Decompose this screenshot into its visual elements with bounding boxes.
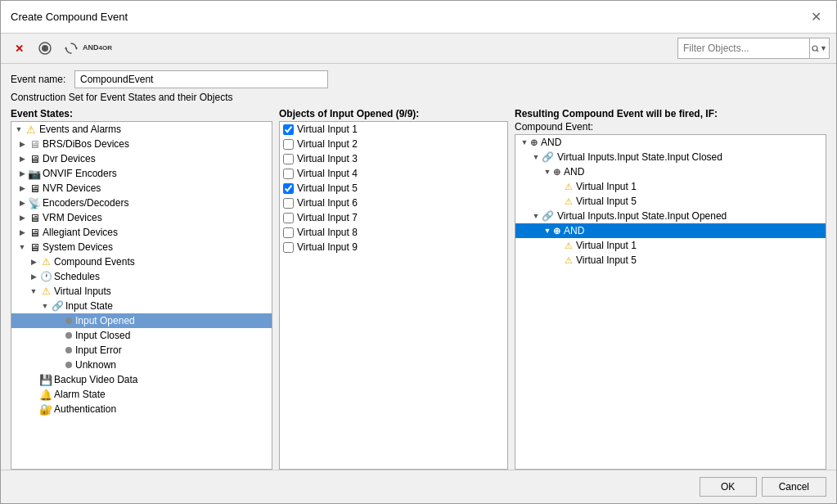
compound-item-vi1b[interactable]: ⚠ Virtual Input 1: [515, 238, 826, 253]
compound-item-vi5b[interactable]: ⚠ Virtual Input 5: [515, 253, 826, 268]
checkbox-vi2[interactable]: [283, 139, 294, 150]
ok-button[interactable]: OK: [700, 477, 757, 497]
compound-item-vi5a[interactable]: ⚠ Virtual Input 5: [515, 194, 826, 209]
checkbox-vi4[interactable]: [283, 169, 294, 179]
svg-point-1: [42, 45, 48, 52]
event-states-tree[interactable]: ▼ ⚠ Events and Alarms ▶ 🖥 BRS/DiBos Devi…: [11, 121, 272, 470]
obj-item-vi8[interactable]: Virtual Input 8: [280, 225, 507, 240]
expand-icon[interactable]: ▼: [519, 137, 530, 148]
checkbox-vi5[interactable]: [283, 183, 294, 194]
link-icon: 🔗: [542, 210, 554, 222]
expand-icon[interactable]: ▶: [16, 182, 28, 194]
tree-item-authentication[interactable]: 🔐 Authentication: [11, 402, 272, 416]
obj-item-vi5[interactable]: Virtual Input 5: [280, 181, 507, 196]
checkbox-vi3[interactable]: [283, 154, 294, 164]
expand-icon[interactable]: ▶: [16, 197, 28, 209]
obj-item-vi2[interactable]: Virtual Input 2: [280, 137, 507, 151]
compound-tree[interactable]: ▼ ⊕ AND ▼ 🔗 Virtual Inputs.Input State.I…: [515, 134, 826, 470]
event-name-input[interactable]: [74, 70, 328, 88]
nvr-icon: 🖥: [28, 182, 41, 195]
expand-icon[interactable]: ▶: [28, 256, 39, 268]
expand-icon[interactable]: ▼: [542, 225, 553, 236]
create-compound-event-dialog: Create Compound Event ✕ ✕ AND4OR: [0, 0, 837, 504]
compound-label: AND: [564, 166, 584, 178]
expand-icon[interactable]: ▶: [16, 212, 28, 223]
tree-item-backup-video[interactable]: 💾 Backup Video Data: [11, 372, 272, 387]
obj-item-vi4[interactable]: Virtual Input 4: [280, 166, 507, 181]
expand-icon[interactable]: ▼: [16, 241, 28, 253]
obj-label-vi7: Virtual Input 7: [297, 212, 358, 223]
expand-icon[interactable]: ▶: [16, 138, 28, 150]
expand-icon[interactable]: ▶: [16, 168, 28, 179]
no-expand: [553, 254, 565, 266]
compound-fired-label: Resulting Compound Event will be fired, …: [515, 108, 826, 119]
checkbox-vi9[interactable]: [283, 242, 294, 253]
sync-button[interactable]: [60, 37, 83, 60]
dialog-title: Create Compound Event: [11, 11, 128, 23]
checkbox-vi8[interactable]: [283, 227, 294, 238]
tree-label: Alarm State: [54, 389, 106, 400]
obj-label-vi3: Virtual Input 3: [297, 153, 358, 164]
expand-icon[interactable]: ▼: [542, 166, 553, 178]
tree-item-input-closed[interactable]: Input Closed: [11, 328, 272, 343]
no-expand: [28, 389, 39, 400]
expand-icon[interactable]: ▶: [16, 227, 28, 238]
expand-icon[interactable]: ▼: [28, 286, 39, 297]
filter-input[interactable]: [678, 41, 809, 56]
x-icon-button[interactable]: ✕: [7, 37, 30, 60]
tree-item-dvr[interactable]: ▶ 🖥 Dvr Devices: [11, 151, 272, 166]
tree-item-brs[interactable]: ▶ 🖥 BRS/DiBos Devices: [11, 137, 272, 151]
tree-item-events-alarms[interactable]: ▼ ⚠ Events and Alarms: [11, 122, 272, 137]
tree-item-input-opened[interactable]: Input Opened: [11, 313, 272, 328]
record-button[interactable]: [34, 37, 56, 60]
tree-item-input-state[interactable]: ▼ 🔗 Input State: [11, 299, 272, 313]
bottom-bar: OK Cancel: [1, 470, 836, 503]
folder-icon: 🖥: [28, 137, 41, 151]
tree-item-input-error[interactable]: Input Error: [11, 343, 272, 358]
tree-label: Allegiant Devices: [43, 227, 118, 238]
compound-item-input-opened[interactable]: ▼ 🔗 Virtual Inputs.Input State.Input Ope…: [515, 209, 826, 223]
compound-item-root-and[interactable]: ▼ ⊕ AND: [515, 135, 826, 150]
checkbox-vi7[interactable]: [283, 213, 294, 223]
columns-area: Event States: ▼ ⚠ Events and Alarms ▶ 🖥 …: [1, 108, 836, 470]
expand-icon[interactable]: ▼: [13, 124, 25, 135]
title-bar-left: Create Compound Event: [11, 11, 128, 23]
compound-item-and-2[interactable]: ▼ ⊕ AND: [515, 223, 826, 238]
expand-icon[interactable]: ▼: [530, 151, 542, 163]
compound-label: Virtual Input 1: [576, 240, 637, 251]
compound-item-vi1a[interactable]: ⚠ Virtual Input 1: [515, 179, 826, 194]
and-button[interactable]: AND4OR: [86, 37, 109, 60]
compound-item-input-closed[interactable]: ▼ 🔗 Virtual Inputs.Input State.Input Clo…: [515, 150, 826, 164]
expand-icon[interactable]: ▼: [39, 300, 51, 312]
obj-item-vi7[interactable]: Virtual Input 7: [280, 210, 507, 225]
expand-icon[interactable]: ▶: [28, 271, 39, 282]
tree-item-vrm[interactable]: ▶ 🖥 VRM Devices: [11, 210, 272, 225]
expand-icon[interactable]: ▼: [530, 210, 542, 222]
tree-item-compound-events[interactable]: ▶ ⚠ Compound Events: [11, 254, 272, 269]
obj-item-vi1[interactable]: Virtual Input 1: [280, 122, 507, 137]
checkbox-vi1[interactable]: [283, 124, 294, 135]
tree-item-onvif[interactable]: ▶ 📷 ONVIF Encoders: [11, 166, 272, 181]
compound-item-and-1[interactable]: ▼ ⊕ AND: [515, 164, 826, 179]
tree-item-alarm-state[interactable]: 🔔 Alarm State: [11, 387, 272, 402]
expand-icon[interactable]: ▶: [16, 153, 28, 164]
tree-item-schedules[interactable]: ▶ 🕐 Schedules: [11, 269, 272, 284]
checkbox-vi6[interactable]: [283, 198, 294, 209]
tree-label: Encoders/Decoders: [43, 197, 128, 209]
tree-item-encoders[interactable]: ▶ 📡 Encoders/Decoders: [11, 196, 272, 210]
close-button[interactable]: ✕: [806, 7, 826, 26]
obj-item-vi3[interactable]: Virtual Input 3: [280, 151, 507, 166]
tree-item-nvr[interactable]: ▶ 🖥 NVR Devices: [11, 181, 272, 196]
tree-item-allegiant[interactable]: ▶ 🖥 Allegiant Devices: [11, 225, 272, 240]
tree-item-virtual-inputs[interactable]: ▼ ⚠ Virtual Inputs: [11, 284, 272, 299]
objects-list[interactable]: Virtual Input 1 Virtual Input 2 Virtual …: [279, 121, 508, 470]
compound-label: Virtual Inputs.Input State.Input Opened: [557, 210, 727, 222]
cancel-button[interactable]: Cancel: [762, 477, 826, 497]
obj-item-vi9[interactable]: Virtual Input 9: [280, 240, 507, 254]
filter-dropdown-button[interactable]: ▼: [809, 38, 829, 58]
obj-item-vi6[interactable]: Virtual Input 6: [280, 196, 507, 210]
tree-label: Compound Events: [54, 256, 135, 268]
warning-icon: ⚠: [25, 123, 38, 136]
tree-item-unknown[interactable]: Unknown: [11, 358, 272, 372]
tree-item-system-devices[interactable]: ▼ 🖥 System Devices: [11, 240, 272, 254]
